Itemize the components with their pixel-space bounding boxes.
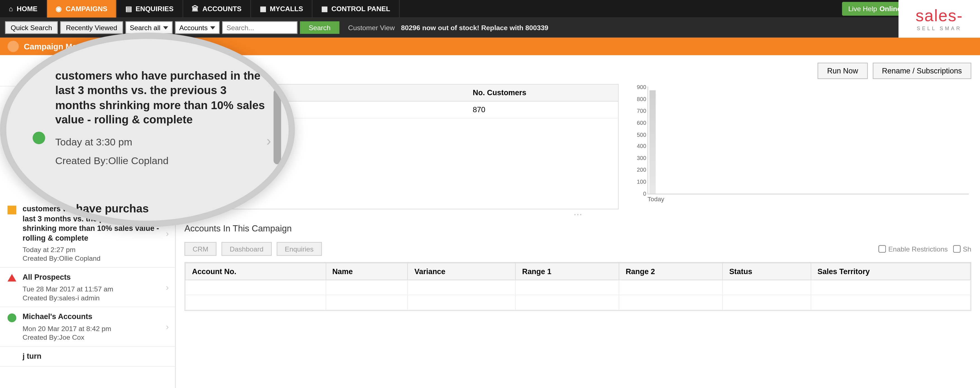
accounts-icon: 🏛 <box>192 5 199 13</box>
ticker-text: 80296 now out of stock! Replace with 800… <box>401 24 548 31</box>
action-buttons: Run Now Rename / Subscriptions <box>185 63 971 79</box>
ytick: 400 <box>637 143 646 149</box>
recently-viewed-button[interactable]: Recently Viewed <box>60 21 123 34</box>
table-row <box>186 280 970 295</box>
ytick: 200 <box>637 167 646 173</box>
campaign-meta: Today at 2:27 pm <box>22 246 168 253</box>
crm-button[interactable]: CRM <box>185 242 216 256</box>
nav-accounts-label: ACCOUNTS <box>202 5 242 13</box>
nav-control-panel[interactable]: ▦ CONTROL PANEL <box>313 0 400 17</box>
control-panel-icon: ▦ <box>321 5 328 13</box>
logo: sales- SELL SMAR <box>899 0 980 38</box>
chart: 900 800 700 600 500 400 300 200 100 0 To… <box>626 84 971 209</box>
nav-accounts[interactable]: 🏛 ACCOUNTS <box>183 0 251 17</box>
home-icon: ⌂ <box>9 5 13 13</box>
col-range1[interactable]: Range 1 <box>515 263 619 280</box>
campaign-meta: Mon 20 Mar 2017 at 8:42 pm <box>22 325 168 332</box>
enable-restrictions-label: Enable Restrictions <box>888 245 948 253</box>
col-variance[interactable]: Variance <box>408 263 515 280</box>
campaign-icon <box>8 41 19 52</box>
search-all-select[interactable]: Search all <box>126 21 172 34</box>
search-input[interactable] <box>222 21 298 34</box>
chart-grid <box>648 87 969 194</box>
scrollbar-thumb[interactable] <box>274 89 281 165</box>
cell-no-customers: 870 <box>466 101 618 118</box>
live-help-online: Online <box>880 5 901 13</box>
campaign-item[interactable]: Michael's Accounts Mon 20 Mar 2017 at 8:… <box>0 307 175 347</box>
campaign-title: customers who have purchased in the last… <box>55 69 270 128</box>
campaign-title: Michael's Accounts <box>22 312 168 322</box>
live-help-label: Live Help <box>848 5 877 13</box>
ytick: 300 <box>637 155 646 161</box>
campaign-item[interactable]: j turn <box>0 347 175 367</box>
caret-down-icon <box>163 26 168 29</box>
campaign-meta: Today at 3:30 pm <box>55 136 270 148</box>
ytick: 500 <box>637 131 646 138</box>
search-all-label: Search all <box>130 24 161 31</box>
nav-enquiries[interactable]: ▤ ENQUIRIES <box>117 0 183 17</box>
col-range2[interactable]: Range 2 <box>619 263 723 280</box>
accounts-section: Accounts In This Campaign CRM Dashboard … <box>185 223 971 311</box>
chevron-right-icon: › <box>166 282 169 292</box>
rename-subscriptions-button[interactable]: Rename / Subscriptions <box>872 63 971 79</box>
status-ok-icon <box>8 314 16 322</box>
nav-home[interactable]: ⌂ HOME <box>0 0 47 17</box>
logo-main: sales- <box>916 6 963 26</box>
nav-campaigns-label: CAMPAIGNS <box>66 5 107 13</box>
col-status[interactable]: Status <box>723 263 811 280</box>
x-axis-label: Today <box>648 196 969 203</box>
campaign-creator: Created By:Ollie Copland <box>55 155 270 166</box>
status-pending-icon <box>8 206 16 214</box>
enquiries-button[interactable]: Enquiries <box>277 242 321 256</box>
table-row <box>186 295 970 310</box>
y-axis: 900 800 700 600 500 400 300 200 100 0 <box>628 84 646 197</box>
mycalls-icon: ▦ <box>260 5 266 13</box>
col-no-customers: No. Customers <box>466 85 618 101</box>
nav-campaigns[interactable]: ◉ CAMPAIGNS <box>47 0 117 17</box>
content-area: Run Now Rename / Subscriptions No. Custo… <box>176 55 980 388</box>
campaign-meta: Tue 28 Mar 2017 at 11:57 am <box>22 285 168 293</box>
accounts-table: Account No. Name Variance Range 1 Range … <box>185 262 971 311</box>
col-account-no[interactable]: Account No. <box>186 263 326 280</box>
col-sales-territory[interactable]: Sales Territory <box>811 263 970 280</box>
top-nav: ⌂ HOME ◉ CAMPAIGNS ▤ ENQUIRIES 🏛 ACCOUNT… <box>0 0 980 17</box>
run-now-button[interactable]: Run Now <box>818 63 867 79</box>
accounts-select-label: Accounts <box>179 24 208 31</box>
accounts-heading: Accounts In This Campaign <box>185 223 971 233</box>
campaigns-icon: ◉ <box>56 5 62 13</box>
accounts-toolbar: CRM Dashboard Enquiries Enable Restricti… <box>185 242 971 256</box>
ytick: 700 <box>637 108 646 114</box>
logo-sub: SELL SMAR <box>917 26 962 31</box>
sh-input[interactable] <box>953 245 961 253</box>
chart-bar <box>649 90 655 194</box>
sh-label: Sh <box>963 245 971 253</box>
splitter-handle[interactable]: ⋯ <box>185 209 971 219</box>
enable-restrictions-checkbox[interactable]: Enable Restrictions <box>878 245 948 253</box>
enquiries-icon: ▤ <box>126 5 132 13</box>
summary-panel: No. Customers 870 900 800 700 600 500 40… <box>185 84 971 209</box>
dashboard-button[interactable]: Dashboard <box>221 242 272 256</box>
ytick: 0 <box>643 191 646 197</box>
campaign-item[interactable]: All Prospects Tue 28 Mar 2017 at 11:57 a… <box>0 268 175 307</box>
ytick: 600 <box>637 119 646 126</box>
enable-restrictions-input[interactable] <box>878 245 886 253</box>
quick-search-button[interactable]: Quick Search <box>5 21 58 34</box>
campaign-creator: Created By:Joe Cox <box>22 333 168 341</box>
ytick: 100 <box>637 179 646 185</box>
nav-control-panel-label: CONTROL PANEL <box>331 5 390 13</box>
campaign-title: j turn <box>22 352 168 361</box>
status-alert-icon <box>8 274 16 282</box>
nav-mycalls[interactable]: ▦ MYCALLS <box>251 0 312 17</box>
campaign-title: All Prospects <box>22 273 168 283</box>
customer-view-label[interactable]: Customer View <box>348 24 395 31</box>
sh-checkbox[interactable]: Sh <box>953 245 971 253</box>
col-name[interactable]: Name <box>326 263 408 280</box>
chevron-right-icon: › <box>166 228 169 238</box>
caret-down-icon <box>210 26 215 29</box>
ytick: 800 <box>637 96 646 102</box>
search-button[interactable]: Search <box>300 21 339 34</box>
nav-enquiries-label: ENQUIRIES <box>135 5 173 13</box>
magnifier-callout: › customers who have purchased in the la… <box>0 33 295 227</box>
accounts-select[interactable]: Accounts <box>175 21 220 34</box>
nav-home-label: HOME <box>17 5 37 13</box>
